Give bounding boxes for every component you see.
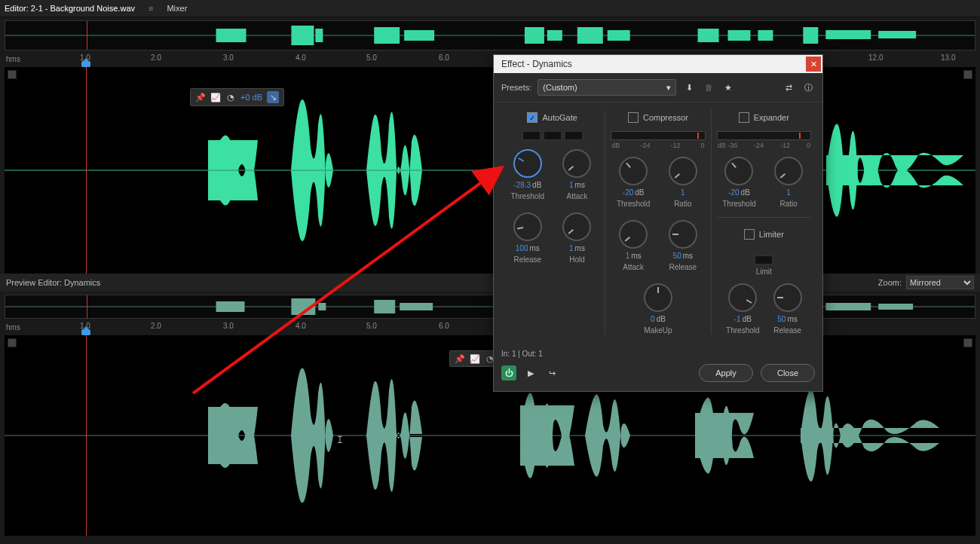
delete-preset-icon[interactable]: 🗑 [702, 81, 715, 94]
zoom-label: Zoom: [878, 278, 902, 287]
volume-graph-icon[interactable]: 📈 [470, 353, 480, 364]
loop-icon[interactable]: ↪ [545, 366, 559, 380]
main-waveform[interactable]: 📌 📈 ◔ +0 dB ↘ [5, 67, 975, 274]
tab-menu-icon[interactable]: ≡ [149, 4, 153, 13]
timeline-preview[interactable]: hms 1.0 2.0 3.0 4.0 5.0 6.0 [5, 322, 975, 335]
volume-graph-icon[interactable]: 📈 [210, 92, 221, 102]
presets-label: Presets: [501, 83, 531, 92]
tab-editor[interactable]: Editor: 2-1 - Background Noise.wav [5, 4, 135, 13]
routing-icon[interactable]: ⇄ [782, 81, 795, 94]
section-autogate: ✓AutoGate -28.3dBThreshold 1msAttack 100… [500, 110, 605, 335]
close-button[interactable]: Close [761, 364, 815, 382]
autogate-checkbox[interactable]: ✓ [527, 112, 537, 123]
overview-waveform[interactable] [5, 20, 975, 50]
overview-playhead[interactable] [87, 21, 87, 50]
hud-pin-button[interactable]: ↘ [267, 91, 279, 103]
chevron-down-icon: ▾ [666, 83, 671, 93]
knob-label: Threshold [511, 192, 544, 200]
limiter-threshold-value[interactable]: -1 [734, 315, 741, 323]
expander-threshold-value[interactable]: -20 [728, 188, 739, 197]
timeline-top[interactable]: hms 1.0 2.0 3.0 4.0 5.0 6.0 12.0 13.0 [5, 53, 975, 67]
limiter-release-value[interactable]: 50 [777, 315, 786, 323]
dialog-title: Effect - Dynamics [501, 59, 572, 69]
save-preset-icon[interactable]: ⬇ [682, 81, 696, 94]
expander-meter [717, 131, 811, 140]
channel-toggle-tr[interactable] [963, 70, 972, 79]
preview-waveform[interactable]: 📌 📈 ◔ +0 𝙸 [5, 335, 975, 536]
svg-rect-7 [547, 30, 562, 41]
svg-rect-12 [758, 30, 773, 41]
close-icon[interactable]: ✕ [806, 57, 821, 72]
autogate-release-value[interactable]: 100 [516, 244, 528, 252]
timeline-marker[interactable] [81, 61, 90, 67]
compressor-makeup-knob[interactable] [644, 283, 672, 312]
timeline-tick: 12.0 [868, 53, 883, 62]
channel-toggle-tl[interactable] [8, 70, 17, 79]
compressor-meter [611, 131, 705, 140]
channel-toggle-tr[interactable] [963, 338, 972, 347]
limiter-threshold-knob[interactable] [728, 283, 757, 312]
compressor-attack-value[interactable]: 1 [626, 252, 630, 260]
knob-label: Attack [567, 192, 588, 200]
channel-toggle-tl[interactable] [8, 338, 17, 347]
expander-checkbox[interactable] [739, 112, 749, 123]
zoom-select[interactable]: Mirrored [906, 276, 974, 289]
compressor-checkbox[interactable] [628, 112, 639, 123]
svg-rect-3 [315, 29, 323, 42]
timeline-tick: 3.0 [223, 53, 234, 62]
preview-overview-playhead[interactable] [87, 295, 87, 318]
limiter-checkbox[interactable] [744, 229, 755, 240]
hud-toolbar-top: 📌 📈 ◔ +0 dB ↘ [190, 88, 284, 106]
compressor-threshold-value[interactable]: -20 [623, 188, 633, 197]
compressor-ratio-value[interactable]: 1 [681, 188, 685, 197]
autogate-threshold-knob[interactable] [513, 149, 542, 178]
preview-overview[interactable] [5, 295, 975, 319]
presets-select[interactable]: (Custom) ▾ [537, 79, 676, 96]
text-cursor-icon: 𝙸 [336, 433, 344, 446]
clock-icon[interactable]: ◔ [225, 92, 236, 102]
playhead[interactable] [86, 67, 87, 274]
compressor-makeup-value[interactable]: 0 [651, 315, 655, 323]
hud-db-value[interactable]: +0 dB [240, 93, 262, 102]
limiter-release-knob[interactable] [773, 283, 802, 312]
timeline-marker[interactable] [81, 329, 90, 335]
pin-icon[interactable]: 📌 [195, 92, 206, 102]
compressor-threshold-knob[interactable] [619, 157, 648, 185]
info-icon[interactable]: ⓘ [801, 81, 815, 94]
apply-button[interactable]: Apply [699, 364, 753, 382]
autogate-leds [522, 131, 583, 140]
knob-label: Ratio [779, 200, 797, 208]
compressor-release-value[interactable]: 50 [673, 252, 681, 260]
svg-rect-4 [374, 27, 400, 44]
knob-label: Release [513, 255, 541, 264]
autogate-release-knob[interactable] [513, 212, 542, 241]
expander-ratio-value[interactable]: 1 [786, 188, 791, 197]
favorite-icon[interactable]: ★ [721, 81, 735, 94]
svg-rect-1 [216, 29, 247, 42]
top-tab-bar: Editor: 2-1 - Background Noise.wav ≡ Mix… [0, 0, 980, 17]
expander-threshold-knob[interactable] [724, 157, 753, 185]
pin-icon[interactable]: 📌 [455, 353, 465, 364]
compressor-release-knob[interactable] [669, 220, 697, 249]
timeline-tick: 4.0 [296, 53, 306, 62]
compressor-attack-knob[interactable] [619, 220, 648, 249]
knob-label: Threshold [617, 200, 650, 208]
timeline-tick: 2.0 [151, 322, 161, 330]
knob-label: Threshold [726, 326, 759, 335]
tab-mixer[interactable]: Mixer [167, 4, 187, 13]
autogate-attack-knob[interactable] [562, 149, 591, 178]
power-button[interactable]: ⏻ [501, 365, 516, 380]
timeline-tick: 4.0 [296, 322, 306, 330]
expander-ratio-knob[interactable] [774, 157, 803, 185]
timeline-tick: 13.0 [941, 53, 955, 62]
dialog-titlebar[interactable]: Effect - Dynamics ✕ [494, 55, 822, 73]
preview-playhead[interactable] [86, 335, 87, 536]
compressor-ratio-knob[interactable] [669, 157, 697, 185]
autogate-threshold-value[interactable]: -28.3 [513, 181, 531, 189]
autogate-attack-value[interactable]: 1 [569, 181, 574, 189]
section-compressor: Compressor dB-24-120 -20dBThreshold 1Rat… [605, 110, 711, 335]
knob-label: Hold [569, 255, 585, 264]
autogate-hold-value[interactable]: 1 [569, 244, 574, 252]
autogate-hold-knob[interactable] [562, 212, 591, 241]
play-icon[interactable]: ▶ [524, 366, 537, 380]
